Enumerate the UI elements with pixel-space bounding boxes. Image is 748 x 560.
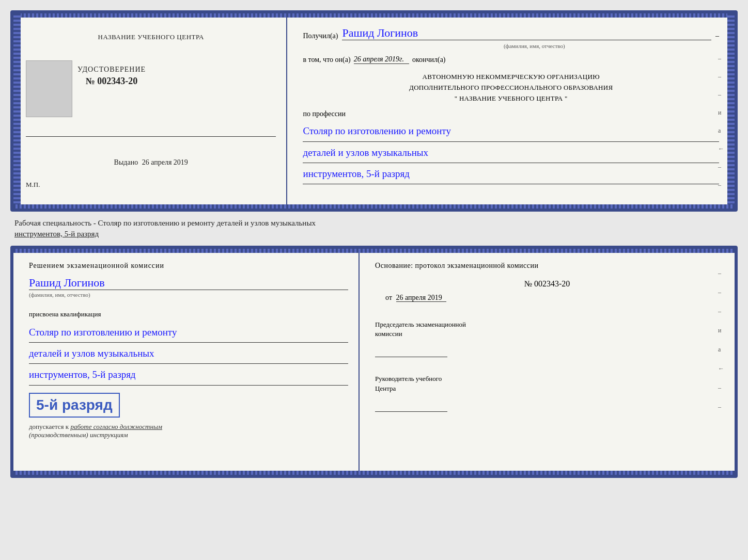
assigned-text: присвоена квалификация	[29, 310, 348, 318]
допуск-label: допускается к	[29, 423, 69, 430]
recipient-dash: –	[715, 32, 719, 40]
rank-text: 5-й разряд	[36, 397, 113, 413]
date-line-top: в том, что он(а) 26 апреля 2019г. окончи…	[303, 55, 719, 64]
date-from-label: от	[385, 294, 392, 301]
page-wrapper: НАЗВАНИЕ УЧЕБНОГО ЦЕНТРА УДОСТОВЕРЕНИЕ №…	[5, 5, 743, 483]
profession-value-bottom: Столяр по изготовлению и ремонту деталей…	[29, 324, 348, 388]
protocol-number: № 002343-20	[375, 279, 719, 289]
left-decorative-strip	[13, 13, 21, 209]
cert-issued-date: Выдано 26 апреля 2019	[114, 158, 188, 167]
допуск-text: допускается к работе согласно должностны…	[29, 423, 348, 439]
fio-hint-top: (фамилия, имя, отчество)	[349, 43, 719, 49]
date-value-top: 26 апреля 2019г.	[354, 55, 409, 64]
org-line1: АВТОНОМНУЮ НЕКОММЕРЧЕСКУЮ ОРГАНИЗАЦИЮ	[303, 72, 719, 83]
chairman-block: Председатель экзаменационной комиссии	[375, 320, 719, 366]
mp-label: М.П.	[26, 181, 40, 189]
bottom-profession-line3: инструментов, 5-й разряд	[29, 366, 348, 385]
recipient-line: Получил(а) Рашид Логинов –	[303, 26, 719, 40]
issued-label: Выдано	[114, 158, 138, 166]
profession-line2: деталей и узлов музыкальных	[303, 144, 719, 163]
profession-line1: Столяр по изготовлению и ремонту	[303, 122, 719, 141]
cert-right-panel: Получил(а) Рашид Логинов – (фамилия, имя…	[287, 13, 735, 209]
decision-title: Решением экзаменационной комиссии	[29, 262, 348, 270]
bottom-certificate-card: Решением экзаменационной комиссии Рашид …	[10, 246, 738, 478]
profession-value-top: Столяр по изготовлению и ремонту деталей…	[303, 122, 719, 186]
date-from-block: от 26 апреля 2019	[385, 294, 719, 302]
right-decorative-strip	[727, 13, 735, 209]
cert-photo-placeholder	[26, 60, 72, 117]
rank-box: 5-й разряд	[29, 393, 120, 418]
chairman-title: Председатель экзаменационной комиссии	[375, 320, 719, 339]
finished-label: окончил(а)	[412, 56, 446, 64]
org-line2: ДОПОЛНИТЕЛЬНОГО ПРОФЕССИОНАЛЬНОГО ОБРАЗО…	[303, 83, 719, 93]
cert-title: УДОСТОВЕРЕНИЕ	[77, 66, 146, 74]
fio-hint-bottom: (фамилия, имя, отчество)	[29, 292, 348, 298]
director-sig-line	[375, 403, 447, 412]
profession-label: по профессии	[303, 110, 719, 118]
допуск-value2: (производственным) инструкциям	[29, 431, 128, 439]
profession-line3: инструментов, 5-й разряд	[303, 165, 719, 184]
decision-person-name: Рашид Логинов	[29, 276, 348, 290]
date-from-value: 26 апреля 2019	[396, 294, 446, 302]
допуск-value: работе согласно должностным	[70, 423, 162, 430]
right-decorative-marks: – – – и а ← – –	[718, 55, 724, 189]
received-label: Получил(а)	[303, 32, 338, 40]
cert-left-panel: НАЗВАНИЕ УЧЕБНОГО ЦЕНТРА УДОСТОВЕРЕНИЕ №…	[13, 13, 287, 209]
bottom-profession-line1: Столяр по изготовлению и ремонту	[29, 324, 348, 343]
cert-title-block: УДОСТОВЕРЕНИЕ № 002343-20	[77, 66, 146, 87]
director-block: Руководитель учебного Центра	[375, 374, 719, 421]
chairman-sig-line	[375, 348, 447, 357]
bottom-right-decorative-marks: – – – и а ← – –	[718, 269, 724, 411]
org-title-top: НАЗВАНИЕ УЧЕБНОГО ЦЕНТРА	[98, 33, 204, 41]
bottom-right-panel: Основание: протокол экзаменационной коми…	[360, 249, 735, 475]
specialty-text2: инструментов, 5-й разряд	[14, 230, 99, 238]
basis-text: Основание: протокол экзаменационной коми…	[375, 262, 719, 270]
top-certificate-card: НАЗВАНИЕ УЧЕБНОГО ЦЕНТРА УДОСТОВЕРЕНИЕ №…	[10, 10, 738, 212]
org-line3: " НАЗВАНИЕ УЧЕБНОГО ЦЕНТРА "	[303, 93, 719, 104]
cert-number: № 002343-20	[77, 76, 146, 87]
date-intro: в том, что он(а)	[303, 56, 350, 64]
recipient-name: Рашид Логинов	[342, 26, 711, 40]
bottom-profession-line2: деталей и узлов музыкальных	[29, 345, 348, 364]
specialty-text1: Рабочая специальность - Столяр по изгото…	[14, 219, 316, 227]
bottom-left-panel: Решением экзаменационной комиссии Рашид …	[13, 249, 360, 475]
director-title: Руководитель учебного Центра	[375, 374, 719, 393]
specialty-label: Рабочая специальность - Столяр по изгото…	[10, 216, 738, 242]
org-block-top: АВТОНОМНУЮ НЕКОММЕРЧЕСКУЮ ОРГАНИЗАЦИЮ ДО…	[303, 72, 719, 104]
issued-date-value: 26 апреля 2019	[142, 158, 188, 166]
